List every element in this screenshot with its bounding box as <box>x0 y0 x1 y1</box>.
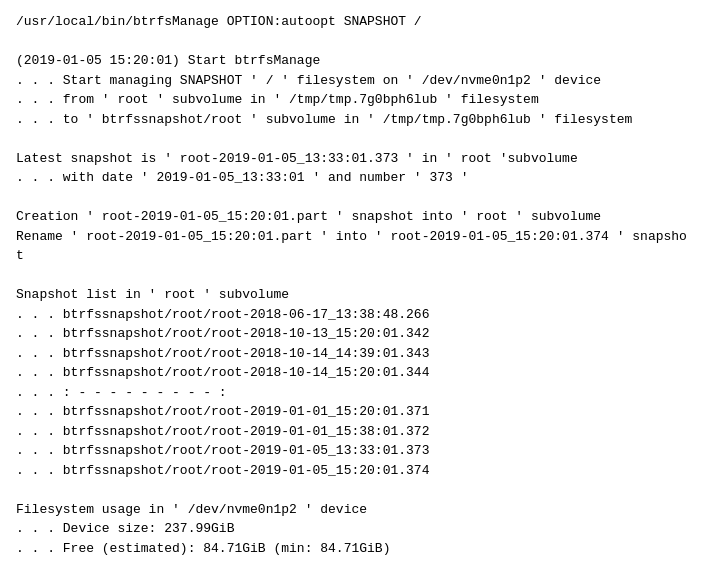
terminal-output: /usr/local/bin/btrfsManage OPTION:autoop… <box>16 12 689 581</box>
